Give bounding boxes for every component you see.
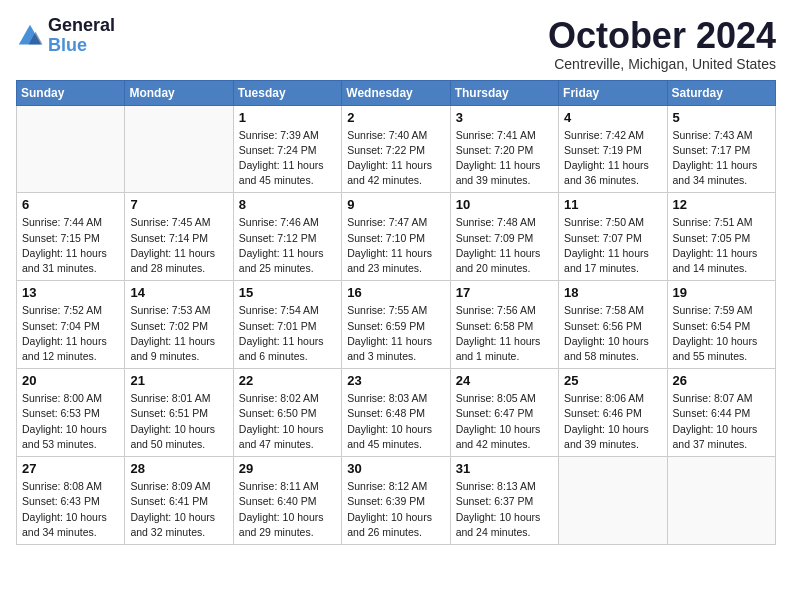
day-number: 24 — [456, 373, 553, 388]
day-cell: 8Sunrise: 7:46 AMSunset: 7:12 PMDaylight… — [233, 193, 341, 281]
day-cell: 21Sunrise: 8:01 AMSunset: 6:51 PMDayligh… — [125, 369, 233, 457]
day-info: Sunrise: 7:59 AMSunset: 6:54 PMDaylight:… — [673, 303, 770, 364]
day-cell: 7Sunrise: 7:45 AMSunset: 7:14 PMDaylight… — [125, 193, 233, 281]
day-cell: 3Sunrise: 7:41 AMSunset: 7:20 PMDaylight… — [450, 105, 558, 193]
day-number: 28 — [130, 461, 227, 476]
day-info: Sunrise: 7:41 AMSunset: 7:20 PMDaylight:… — [456, 128, 553, 189]
day-number: 30 — [347, 461, 444, 476]
day-cell: 4Sunrise: 7:42 AMSunset: 7:19 PMDaylight… — [559, 105, 667, 193]
day-cell: 10Sunrise: 7:48 AMSunset: 7:09 PMDayligh… — [450, 193, 558, 281]
weekday-header-monday: Monday — [125, 80, 233, 105]
day-cell: 29Sunrise: 8:11 AMSunset: 6:40 PMDayligh… — [233, 457, 341, 545]
week-row-1: 1Sunrise: 7:39 AMSunset: 7:24 PMDaylight… — [17, 105, 776, 193]
day-info: Sunrise: 7:53 AMSunset: 7:02 PMDaylight:… — [130, 303, 227, 364]
day-cell: 2Sunrise: 7:40 AMSunset: 7:22 PMDaylight… — [342, 105, 450, 193]
logo-text-line1: General — [48, 16, 115, 36]
logo-text-line2: Blue — [48, 36, 115, 56]
day-cell — [667, 457, 775, 545]
day-info: Sunrise: 7:39 AMSunset: 7:24 PMDaylight:… — [239, 128, 336, 189]
day-info: Sunrise: 8:03 AMSunset: 6:48 PMDaylight:… — [347, 391, 444, 452]
day-cell: 31Sunrise: 8:13 AMSunset: 6:37 PMDayligh… — [450, 457, 558, 545]
day-info: Sunrise: 7:40 AMSunset: 7:22 PMDaylight:… — [347, 128, 444, 189]
day-info: Sunrise: 8:06 AMSunset: 6:46 PMDaylight:… — [564, 391, 661, 452]
day-number: 10 — [456, 197, 553, 212]
day-info: Sunrise: 7:52 AMSunset: 7:04 PMDaylight:… — [22, 303, 119, 364]
day-cell: 20Sunrise: 8:00 AMSunset: 6:53 PMDayligh… — [17, 369, 125, 457]
day-info: Sunrise: 8:08 AMSunset: 6:43 PMDaylight:… — [22, 479, 119, 540]
day-number: 1 — [239, 110, 336, 125]
day-cell: 6Sunrise: 7:44 AMSunset: 7:15 PMDaylight… — [17, 193, 125, 281]
day-number: 13 — [22, 285, 119, 300]
day-number: 3 — [456, 110, 553, 125]
day-number: 27 — [22, 461, 119, 476]
day-number: 31 — [456, 461, 553, 476]
day-number: 29 — [239, 461, 336, 476]
day-info: Sunrise: 8:00 AMSunset: 6:53 PMDaylight:… — [22, 391, 119, 452]
day-info: Sunrise: 7:54 AMSunset: 7:01 PMDaylight:… — [239, 303, 336, 364]
day-info: Sunrise: 7:50 AMSunset: 7:07 PMDaylight:… — [564, 215, 661, 276]
day-cell: 25Sunrise: 8:06 AMSunset: 6:46 PMDayligh… — [559, 369, 667, 457]
day-cell: 26Sunrise: 8:07 AMSunset: 6:44 PMDayligh… — [667, 369, 775, 457]
day-number: 5 — [673, 110, 770, 125]
day-info: Sunrise: 8:02 AMSunset: 6:50 PMDaylight:… — [239, 391, 336, 452]
day-cell: 12Sunrise: 7:51 AMSunset: 7:05 PMDayligh… — [667, 193, 775, 281]
day-cell: 5Sunrise: 7:43 AMSunset: 7:17 PMDaylight… — [667, 105, 775, 193]
day-number: 25 — [564, 373, 661, 388]
day-number: 14 — [130, 285, 227, 300]
day-cell: 13Sunrise: 7:52 AMSunset: 7:04 PMDayligh… — [17, 281, 125, 369]
day-info: Sunrise: 7:44 AMSunset: 7:15 PMDaylight:… — [22, 215, 119, 276]
logo-icon — [16, 22, 44, 50]
day-cell: 17Sunrise: 7:56 AMSunset: 6:58 PMDayligh… — [450, 281, 558, 369]
day-number: 7 — [130, 197, 227, 212]
logo: General Blue — [16, 16, 115, 56]
day-info: Sunrise: 7:42 AMSunset: 7:19 PMDaylight:… — [564, 128, 661, 189]
location: Centreville, Michigan, United States — [548, 56, 776, 72]
day-cell: 27Sunrise: 8:08 AMSunset: 6:43 PMDayligh… — [17, 457, 125, 545]
weekday-header-saturday: Saturday — [667, 80, 775, 105]
day-cell: 18Sunrise: 7:58 AMSunset: 6:56 PMDayligh… — [559, 281, 667, 369]
day-number: 4 — [564, 110, 661, 125]
day-number: 23 — [347, 373, 444, 388]
day-info: Sunrise: 8:09 AMSunset: 6:41 PMDaylight:… — [130, 479, 227, 540]
day-info: Sunrise: 8:01 AMSunset: 6:51 PMDaylight:… — [130, 391, 227, 452]
day-number: 20 — [22, 373, 119, 388]
day-info: Sunrise: 8:07 AMSunset: 6:44 PMDaylight:… — [673, 391, 770, 452]
day-number: 26 — [673, 373, 770, 388]
month-title: October 2024 — [548, 16, 776, 56]
day-cell: 9Sunrise: 7:47 AMSunset: 7:10 PMDaylight… — [342, 193, 450, 281]
calendar-table: SundayMondayTuesdayWednesdayThursdayFrid… — [16, 80, 776, 545]
day-number: 8 — [239, 197, 336, 212]
day-number: 12 — [673, 197, 770, 212]
week-row-3: 13Sunrise: 7:52 AMSunset: 7:04 PMDayligh… — [17, 281, 776, 369]
day-number: 19 — [673, 285, 770, 300]
day-info: Sunrise: 8:13 AMSunset: 6:37 PMDaylight:… — [456, 479, 553, 540]
week-row-2: 6Sunrise: 7:44 AMSunset: 7:15 PMDaylight… — [17, 193, 776, 281]
day-number: 15 — [239, 285, 336, 300]
day-number: 18 — [564, 285, 661, 300]
day-number: 17 — [456, 285, 553, 300]
day-info: Sunrise: 7:56 AMSunset: 6:58 PMDaylight:… — [456, 303, 553, 364]
page-header: General Blue October 2024 Centreville, M… — [16, 16, 776, 72]
day-cell: 15Sunrise: 7:54 AMSunset: 7:01 PMDayligh… — [233, 281, 341, 369]
day-info: Sunrise: 8:11 AMSunset: 6:40 PMDaylight:… — [239, 479, 336, 540]
day-info: Sunrise: 7:45 AMSunset: 7:14 PMDaylight:… — [130, 215, 227, 276]
day-cell — [559, 457, 667, 545]
day-cell: 24Sunrise: 8:05 AMSunset: 6:47 PMDayligh… — [450, 369, 558, 457]
week-row-4: 20Sunrise: 8:00 AMSunset: 6:53 PMDayligh… — [17, 369, 776, 457]
day-number: 22 — [239, 373, 336, 388]
day-number: 16 — [347, 285, 444, 300]
day-info: Sunrise: 7:43 AMSunset: 7:17 PMDaylight:… — [673, 128, 770, 189]
day-number: 9 — [347, 197, 444, 212]
weekday-header-row: SundayMondayTuesdayWednesdayThursdayFrid… — [17, 80, 776, 105]
day-info: Sunrise: 8:12 AMSunset: 6:39 PMDaylight:… — [347, 479, 444, 540]
day-cell: 30Sunrise: 8:12 AMSunset: 6:39 PMDayligh… — [342, 457, 450, 545]
weekday-header-sunday: Sunday — [17, 80, 125, 105]
day-cell — [125, 105, 233, 193]
day-cell: 1Sunrise: 7:39 AMSunset: 7:24 PMDaylight… — [233, 105, 341, 193]
week-row-5: 27Sunrise: 8:08 AMSunset: 6:43 PMDayligh… — [17, 457, 776, 545]
day-info: Sunrise: 7:47 AMSunset: 7:10 PMDaylight:… — [347, 215, 444, 276]
day-info: Sunrise: 7:46 AMSunset: 7:12 PMDaylight:… — [239, 215, 336, 276]
day-cell — [17, 105, 125, 193]
day-number: 6 — [22, 197, 119, 212]
day-number: 21 — [130, 373, 227, 388]
